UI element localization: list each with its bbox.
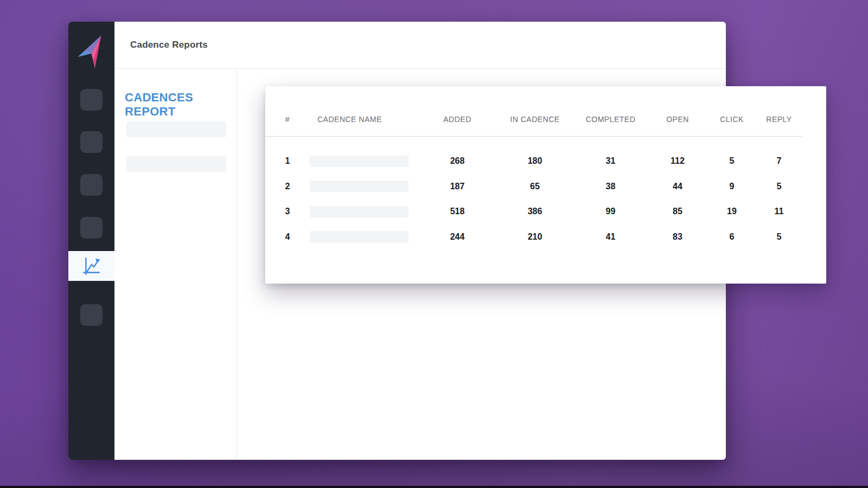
sidebar-item-reports[interactable] — [68, 251, 114, 281]
column-header-in-cadence: IN CADENCE — [496, 115, 573, 124]
cell-open: 83 — [648, 232, 707, 242]
cell-open: 112 — [648, 156, 707, 166]
cell-rank: 3 — [265, 207, 310, 216]
cell-added: 244 — [418, 232, 496, 242]
brand-logo[interactable] — [76, 33, 106, 72]
cell-click: 6 — [707, 232, 756, 242]
column-header-completed: COMPLETED — [573, 115, 648, 124]
cadence-name-placeholder — [310, 231, 418, 242]
sidebar-item-placeholder-3[interactable] — [80, 174, 103, 196]
cell-click: 9 — [707, 182, 756, 191]
reports-nav-panel: CADENCES REPORT — [114, 69, 237, 459]
cadence-report-card: # CADENCE NAME ADDED IN CADENCE COMPLETE… — [265, 86, 826, 284]
table-row[interactable]: 2 187 65 38 44 9 5 — [265, 174, 802, 200]
cadence-name-placeholder — [310, 181, 418, 192]
table-row[interactable]: 3 518 386 99 85 19 11 — [265, 199, 802, 224]
report-link-placeholder-1[interactable] — [126, 121, 226, 137]
topbar: Cadence Reports — [114, 22, 726, 69]
panel-heading-cadences-report[interactable]: CADENCES REPORT — [125, 91, 237, 119]
cell-click: 19 — [707, 207, 756, 216]
cell-open: 85 — [648, 207, 707, 216]
cell-added: 187 — [418, 182, 496, 191]
cell-rank: 2 — [265, 182, 310, 191]
cell-click: 5 — [707, 156, 756, 166]
cell-rank: 4 — [265, 232, 310, 242]
table-header-row: # CADENCE NAME ADDED IN CADENCE COMPLETE… — [265, 86, 802, 137]
column-header-added: ADDED — [418, 115, 496, 124]
column-header-click: CLICK — [707, 115, 756, 124]
cell-in-cadence: 386 — [496, 207, 573, 216]
cell-added: 268 — [418, 156, 496, 166]
sidebar-item-placeholder-4[interactable] — [80, 217, 103, 239]
cell-added: 518 — [418, 207, 496, 216]
cell-completed: 99 — [573, 207, 648, 216]
column-header-cadence-name: CADENCE NAME — [310, 115, 418, 124]
cadence-name-placeholder — [310, 206, 418, 217]
sidebar — [68, 22, 114, 460]
column-header-reply: REPLY — [756, 115, 802, 124]
column-header-open: OPEN — [648, 115, 707, 124]
cell-reply: 5 — [756, 182, 802, 191]
desktop-background: Cadence Reports CADENCES REPORT # CADENC… — [0, 0, 868, 488]
cell-reply: 5 — [756, 232, 802, 242]
cell-completed: 31 — [573, 156, 648, 166]
table-row[interactable]: 4 244 210 41 83 6 5 — [265, 224, 802, 250]
cell-in-cadence: 180 — [496, 156, 573, 166]
paper-plane-icon — [76, 33, 106, 72]
cell-reply: 11 — [756, 207, 802, 216]
table-body: 1 268 180 31 112 5 7 2 187 65 38 44 9 5 — [265, 137, 826, 249]
cell-rank: 1 — [265, 156, 310, 166]
cell-open: 44 — [648, 182, 707, 191]
sidebar-item-placeholder-2[interactable] — [80, 131, 103, 153]
cell-completed: 38 — [573, 182, 648, 191]
page-title: Cadence Reports — [130, 40, 208, 50]
sidebar-item-placeholder-1[interactable] — [80, 89, 103, 111]
cadence-name-placeholder — [310, 156, 418, 167]
cell-in-cadence: 65 — [496, 182, 573, 191]
sidebar-item-placeholder-5[interactable] — [80, 304, 103, 326]
line-chart-icon — [81, 256, 102, 277]
cell-completed: 41 — [573, 232, 648, 242]
cell-reply: 7 — [756, 156, 802, 166]
report-link-placeholder-2[interactable] — [126, 156, 226, 172]
column-header-rank: # — [265, 115, 310, 124]
bottom-strip — [0, 486, 868, 488]
cell-in-cadence: 210 — [496, 232, 573, 242]
table-row[interactable]: 1 268 180 31 112 5 7 — [265, 149, 802, 174]
